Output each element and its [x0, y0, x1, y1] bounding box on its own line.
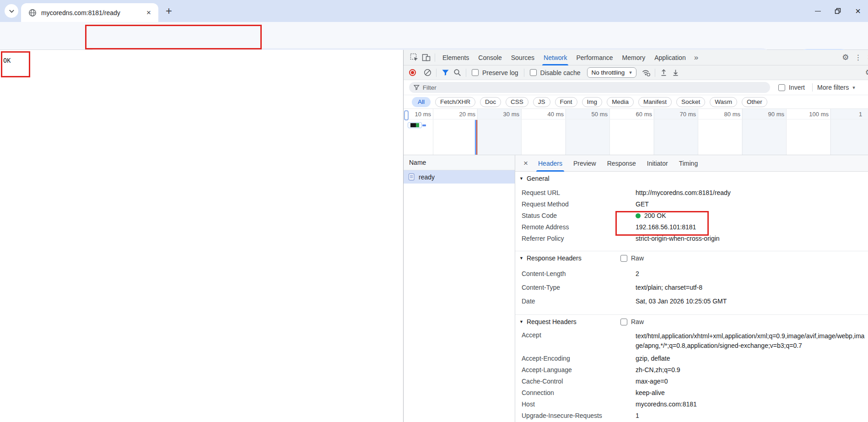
- network-overview-timeline[interactable]: 10 ms 20 ms 30 ms 40 ms 50 ms 60 ms 70 m…: [404, 109, 868, 155]
- more-filters-button[interactable]: More filters ▾: [817, 84, 855, 91]
- preserve-log-label[interactable]: Preserve log: [482, 69, 518, 76]
- request-row-ready[interactable]: ready: [404, 170, 515, 184]
- filter-input[interactable]: [423, 84, 766, 91]
- chevron-down-icon: [9, 8, 15, 14]
- header-value: mycoredns.com:8181: [636, 399, 868, 410]
- chip-all[interactable]: All: [412, 97, 431, 107]
- new-tab-button[interactable]: +: [161, 4, 177, 18]
- close-details-icon[interactable]: ×: [519, 159, 533, 168]
- details-tab-timing[interactable]: Timing: [674, 155, 704, 172]
- chip-js[interactable]: JS: [533, 97, 550, 107]
- chip-other[interactable]: Other: [742, 97, 767, 107]
- section-general[interactable]: ▼ General: [515, 173, 868, 184]
- header-value: strict-origin-when-cross-origin: [636, 233, 868, 244]
- search-button[interactable]: [451, 67, 463, 79]
- header-row: Date Sat, 03 Jan 2026 10:25:05 GMT: [515, 294, 868, 308]
- header-row: Upgrade-Insecure-Requests 1: [515, 410, 868, 422]
- header-value: zh-CN,zh;q=0.9: [636, 364, 868, 376]
- tab-performance[interactable]: Performance: [571, 50, 617, 65]
- header-name: Cache-Control: [522, 376, 636, 387]
- browser-tab[interactable]: mycoredns.com:8181/ready ×: [21, 3, 158, 22]
- gridline: [830, 109, 831, 155]
- header-name: Accept-Language: [522, 364, 636, 376]
- tab-network[interactable]: Network: [539, 50, 571, 65]
- overview-drag-handle[interactable]: [404, 110, 409, 120]
- tab-memory[interactable]: Memory: [618, 50, 650, 65]
- close-window-button[interactable]: ×: [848, 0, 868, 22]
- status-ok-dot: [636, 213, 641, 218]
- throttling-select[interactable]: No throttling ▾: [587, 67, 636, 78]
- header-row: Accept-Encoding gzip, deflate: [515, 353, 868, 364]
- device-toolbar-button[interactable]: [420, 52, 432, 64]
- header-row-status: Status Code 200 OK: [515, 210, 868, 222]
- chip-socket[interactable]: Socket: [676, 97, 705, 107]
- tick-label: 20 ms: [450, 111, 475, 118]
- raw-checkbox[interactable]: [620, 255, 627, 262]
- clear-button[interactable]: [421, 67, 433, 79]
- chip-css[interactable]: CSS: [506, 97, 528, 107]
- disable-cache-label[interactable]: Disable cache: [540, 69, 581, 76]
- header-name: Content-Type: [522, 281, 636, 294]
- restore-button[interactable]: [828, 0, 848, 22]
- inspect-element-button[interactable]: [408, 52, 420, 64]
- header-value: text/plain; charset=utf-8: [636, 281, 868, 294]
- waterfall-bar[interactable]: [408, 122, 422, 128]
- more-tabs-button[interactable]: »: [690, 53, 702, 62]
- header-name: Referrer Policy: [522, 233, 636, 244]
- raw-checkbox[interactable]: [620, 319, 627, 325]
- chip-doc[interactable]: Doc: [480, 97, 501, 107]
- gridline: [698, 109, 698, 155]
- export-har-button[interactable]: [670, 67, 682, 79]
- details-tab-headers[interactable]: Headers: [533, 155, 568, 172]
- details-tab-response[interactable]: Response: [602, 155, 642, 172]
- preserve-log-checkbox[interactable]: [472, 69, 479, 76]
- tick-label: 10 ms: [405, 111, 431, 118]
- tick-label: 80 ms: [715, 111, 740, 118]
- chip-font[interactable]: Font: [555, 97, 577, 107]
- invert-group: Invert: [778, 84, 805, 91]
- record-button[interactable]: [409, 69, 416, 76]
- request-details-panel: × Headers Preview Response Initiator Tim…: [515, 155, 868, 422]
- chevron-down-icon: ▾: [629, 70, 632, 76]
- chip-wasm[interactable]: Wasm: [710, 97, 737, 107]
- filter-toggle-button[interactable]: [439, 67, 451, 79]
- header-row: Request Method GET: [515, 199, 868, 210]
- invert-label[interactable]: Invert: [789, 84, 805, 91]
- settings-gear-icon[interactable]: ⚙: [842, 53, 849, 62]
- raw-label[interactable]: Raw: [631, 254, 644, 262]
- filter-funnel-icon: [442, 69, 449, 76]
- general-rows: Request URL http://mycoredns.com:8181/re…: [515, 187, 868, 244]
- details-tab-preview[interactable]: Preview: [568, 155, 602, 172]
- tick-label: 90 ms: [759, 111, 784, 118]
- devtools-menu-icon[interactable]: ⋮: [851, 53, 865, 62]
- tab-elements[interactable]: Elements: [438, 50, 474, 65]
- chip-img[interactable]: Img: [582, 97, 603, 107]
- tab-sources[interactable]: Sources: [507, 50, 539, 65]
- section-request-headers[interactable]: ▼ Request Headers Raw: [515, 317, 868, 327]
- disable-cache-checkbox[interactable]: [530, 69, 537, 76]
- import-har-button[interactable]: [658, 67, 670, 79]
- invert-checkbox[interactable]: [778, 84, 785, 91]
- name-column-header[interactable]: Name: [404, 155, 515, 170]
- chip-fetch-xhr[interactable]: Fetch/XHR: [435, 97, 475, 107]
- details-tab-initiator[interactable]: Initiator: [642, 155, 674, 172]
- divider: [435, 54, 435, 62]
- section-response-headers[interactable]: ▼ Response Headers Raw: [515, 253, 868, 263]
- tab-application[interactable]: Application: [650, 50, 690, 65]
- tab-search-button[interactable]: [5, 4, 18, 18]
- browser-toolbar: ⚠ 不安全 mycoredns.com:8181/ready ☆ 验证身份 ⋮: [0, 22, 868, 50]
- section-title: Response Headers: [527, 254, 582, 262]
- network-conditions-button[interactable]: [640, 67, 652, 79]
- chip-manifest[interactable]: Manifest: [638, 97, 672, 107]
- header-name: Status Code: [522, 210, 636, 222]
- raw-label[interactable]: Raw: [631, 318, 644, 325]
- minimize-button[interactable]: [808, 0, 828, 22]
- tab-close-icon[interactable]: ×: [145, 8, 153, 17]
- gridline: [433, 109, 433, 155]
- network-settings-gear-icon[interactable]: ⚙: [865, 68, 868, 77]
- filter-field[interactable]: [409, 82, 770, 93]
- wifi-throttle-icon: [642, 69, 651, 76]
- tab-console[interactable]: Console: [474, 50, 506, 65]
- raw-toggle: Raw: [620, 318, 644, 325]
- chip-media[interactable]: Media: [607, 97, 634, 107]
